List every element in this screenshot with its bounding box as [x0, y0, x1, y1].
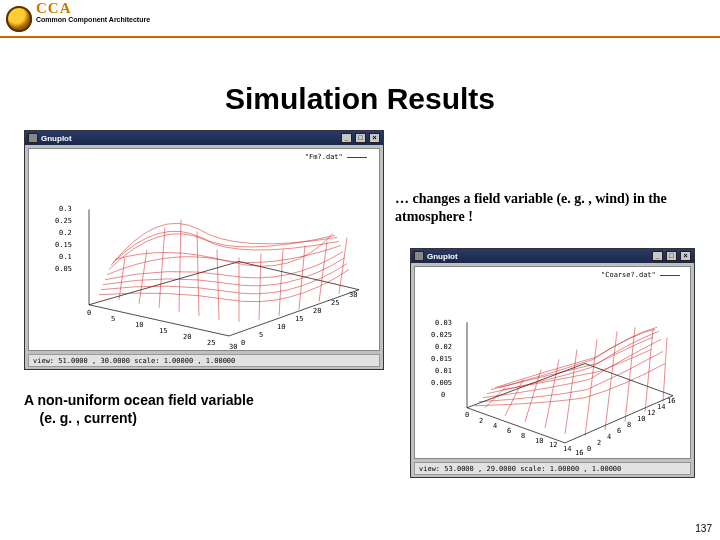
close-button[interactable]: × — [680, 251, 691, 261]
status-bar: view: 51.0000 , 30.0000 scale: 1.00000 ,… — [28, 354, 380, 367]
slide-title: Simulation Results — [0, 82, 720, 116]
surface-plot-icon — [415, 267, 690, 458]
plot-canvas: "Fm?.dat" — [28, 148, 380, 351]
window-title: Gnuplot — [41, 134, 338, 143]
minimize-button[interactable]: _ — [652, 251, 663, 261]
status-bar: view: 53.0000 , 29.0000 scale: 1.00000 ,… — [414, 462, 691, 475]
header-subtitle: Common Component Architecture — [36, 16, 150, 23]
gnuplot-window-atmosphere: Gnuplot _ □ × "Fm?.dat" — [24, 130, 384, 370]
minimize-button[interactable]: _ — [341, 133, 352, 143]
close-button[interactable]: × — [369, 133, 380, 143]
window-titlebar: Gnuplot _ □ × — [25, 131, 383, 145]
surface-plot-icon — [29, 149, 379, 350]
plot-canvas: "Coarse?.dat" — [414, 266, 691, 459]
cca-logo-icon — [6, 6, 32, 32]
page-number: 137 — [695, 523, 712, 534]
app-icon — [28, 133, 38, 143]
header-bar: CCA Common Component Architecture — [0, 0, 720, 38]
caption-ocean: A non-uniform ocean field variable (e. g… — [24, 392, 364, 427]
window-title: Gnuplot — [427, 252, 649, 261]
legend-entry: "Coarse?.dat" — [601, 271, 680, 279]
legend-entry: "Fm?.dat" — [305, 153, 367, 161]
caption-atmosphere: … changes a field variable (e. g. , wind… — [395, 190, 695, 225]
header-acronym: CCA — [36, 0, 72, 17]
window-titlebar: Gnuplot _ □ × — [411, 249, 694, 263]
app-icon — [414, 251, 424, 261]
maximize-button[interactable]: □ — [355, 133, 366, 143]
gnuplot-window-ocean: Gnuplot _ □ × "Coarse?.dat" — [410, 248, 695, 478]
maximize-button[interactable]: □ — [666, 251, 677, 261]
